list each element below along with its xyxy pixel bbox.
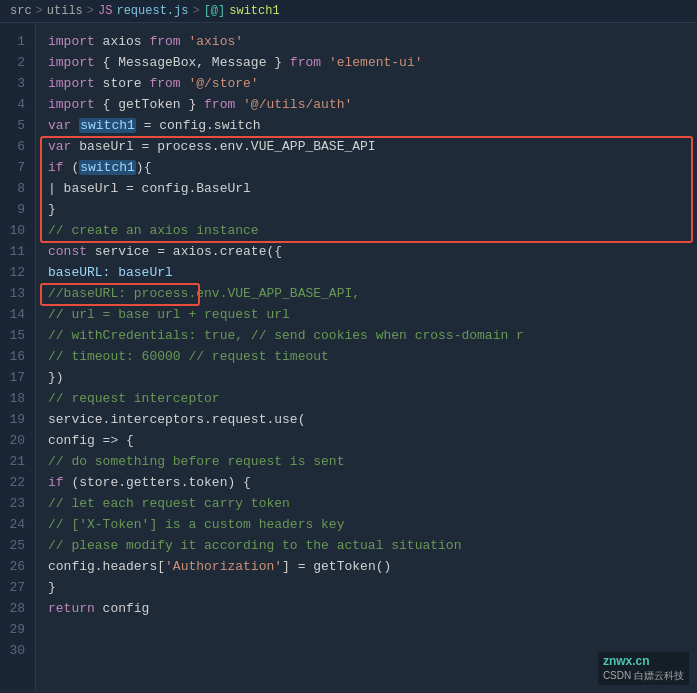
code-token: switch1 (79, 160, 136, 175)
watermark-main: znwx.cn (603, 654, 650, 668)
line-number: 12 (0, 262, 35, 283)
table-row: | baseUrl = config.BaseUrl (48, 178, 697, 199)
code-token: import (48, 97, 95, 112)
code-token: var (48, 139, 71, 154)
code-token: '@/store' (188, 76, 258, 91)
table-row: import { MessageBox, Message } from 'ele… (48, 52, 697, 73)
table-row: service.interceptors.request.use( (48, 409, 697, 430)
code-token: return (48, 601, 95, 616)
code-token: from (149, 34, 180, 49)
watermark: znwx.cn CSDN 白嫖云科技 (598, 652, 689, 685)
table-row: // do something before request is sent (48, 451, 697, 472)
code-token: } (48, 580, 56, 595)
code-token: '@/utils/auth' (243, 97, 352, 112)
table-row: // request interceptor (48, 388, 697, 409)
code-token: // please modify it according to the act… (48, 538, 461, 553)
code-token: from (204, 97, 235, 112)
line-number: 11 (0, 241, 35, 262)
line-number: 22 (0, 472, 35, 493)
table-row: import axios from 'axios' (48, 31, 697, 52)
code-token: from (149, 76, 180, 91)
table-row: import { getToken } from '@/utils/auth' (48, 94, 697, 115)
line-number: 21 (0, 451, 35, 472)
breadcrumb-func-icon: [@] (204, 4, 226, 18)
code-token: | (48, 181, 64, 196)
code-token: // let each request carry token (48, 496, 290, 511)
code-token: ){ (136, 160, 152, 175)
code-token: from (290, 55, 321, 70)
line-number: 8 (0, 178, 35, 199)
code-token: baseURL: baseUrl (48, 265, 173, 280)
line-number: 15 (0, 325, 35, 346)
code-token (235, 97, 243, 112)
code-token: var (48, 118, 71, 133)
table-row: // url = base url + request url (48, 304, 697, 325)
code-token: service.interceptors.request.use( (48, 412, 305, 427)
breadcrumb-func: switch1 (229, 4, 279, 18)
table-row: config.headers['Authorization'] = getTok… (48, 556, 697, 577)
table-row: } (48, 577, 697, 598)
table-row: //baseURL: process.env.VUE_APP_BASE_API, (48, 283, 697, 304)
code-token: config (95, 601, 150, 616)
code-token: // request interceptor (48, 391, 220, 406)
table-row: }) (48, 367, 697, 388)
line-number: 7 (0, 157, 35, 178)
code-token: config.headers[ (48, 559, 165, 574)
line-number: 19 (0, 409, 35, 430)
code-token: // url = base url + request url (48, 307, 290, 322)
table-row: if (store.getters.token) { (48, 472, 697, 493)
table-row: // ['X-Token'] is a custom headers key (48, 514, 697, 535)
table-row: } (48, 199, 697, 220)
line-number: 26 (0, 556, 35, 577)
code-token: //baseURL: process.env.VUE_APP_BASE_API, (48, 286, 360, 301)
line-number: 13 (0, 283, 35, 304)
line-number: 2 (0, 52, 35, 73)
table-row: return config (48, 598, 697, 619)
code-token: 'axios' (188, 34, 243, 49)
table-row: // withCredentials: true, // send cookie… (48, 325, 697, 346)
code-token: }) (48, 370, 64, 385)
code-token: store (95, 76, 150, 91)
line-number: 17 (0, 367, 35, 388)
line-number: 27 (0, 577, 35, 598)
table-row: if (switch1){ (48, 157, 697, 178)
code-token: 'Authorization' (165, 559, 282, 574)
line-number: 9 (0, 199, 35, 220)
line-number: 30 (0, 640, 35, 661)
code-token: import (48, 55, 95, 70)
line-numbers: 1234567891011121314151617181920212223242… (0, 23, 36, 690)
code-token: { getToken } (95, 97, 204, 112)
watermark-sub: CSDN 白嫖云科技 (603, 670, 684, 681)
breadcrumb-utils: utils (47, 4, 83, 18)
table-row: var baseUrl = process.env.VUE_APP_BASE_A… (48, 136, 697, 157)
code-token: // withCredentials: true, // send cookie… (48, 328, 524, 343)
breadcrumb-sep3: > (192, 4, 199, 18)
code-token: baseUrl = config.BaseUrl (64, 181, 251, 196)
code-token: import (48, 76, 95, 91)
table-row: config => { (48, 430, 697, 451)
code-token: service = axios.create({ (87, 244, 282, 259)
code-content[interactable]: import axios from 'axios'import { Messag… (36, 23, 697, 690)
code-token: = config.switch (136, 118, 261, 133)
table-row: var switch1 = config.switch (48, 115, 697, 136)
table-row: // please modify it according to the act… (48, 535, 697, 556)
table-row: const service = axios.create({ (48, 241, 697, 262)
line-number: 23 (0, 493, 35, 514)
breadcrumb-sep2: > (87, 4, 94, 18)
line-number: 3 (0, 73, 35, 94)
table-row: // create an axios instance (48, 220, 697, 241)
code-token: // create an axios instance (48, 223, 259, 238)
code-token: } (48, 202, 56, 217)
code-token: // timeout: 60000 // request timeout (48, 349, 329, 364)
code-token: if (48, 475, 64, 490)
line-number: 14 (0, 304, 35, 325)
line-number: 10 (0, 220, 35, 241)
line-number: 5 (0, 115, 35, 136)
line-number: 25 (0, 535, 35, 556)
table-row: // let each request carry token (48, 493, 697, 514)
code-token: (store.getters.token) { (64, 475, 251, 490)
line-number: 6 (0, 136, 35, 157)
table-row: // timeout: 60000 // request timeout (48, 346, 697, 367)
line-number: 4 (0, 94, 35, 115)
line-number: 16 (0, 346, 35, 367)
